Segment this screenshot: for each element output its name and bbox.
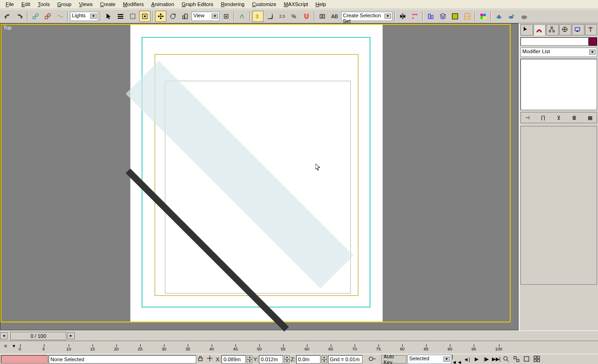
trackbar-filter-button[interactable]: ▾: [10, 342, 18, 350]
spacewarp-icon: [56, 13, 64, 20]
viewport-nav1-button[interactable]: [502, 355, 511, 364]
modify-tab[interactable]: [534, 24, 546, 35]
teapot-gray-icon: [520, 13, 527, 20]
goto-end-button[interactable]: ▶▶|: [491, 355, 501, 364]
menu-views[interactable]: Views: [75, 0, 96, 9]
animation-keying-area[interactable]: [1, 355, 48, 364]
select-region-button[interactable]: [127, 11, 138, 22]
menu-animation[interactable]: Animation: [148, 0, 178, 9]
window-crossing-button[interactable]: [139, 11, 150, 22]
layers-button[interactable]: [437, 11, 448, 22]
menu-modifiers[interactable]: Modifiers: [119, 0, 148, 9]
menu-create[interactable]: Create: [96, 0, 119, 9]
undo-button[interactable]: [2, 11, 13, 22]
display-tab[interactable]: [572, 24, 584, 35]
pin-stack-button[interactable]: ⊣: [523, 113, 532, 122]
prev-frame-button[interactable]: ◄|: [462, 355, 471, 364]
utilities-tab[interactable]: [585, 24, 598, 35]
menu-edit[interactable]: Edit: [18, 0, 34, 9]
command-panel: Modifier List ⊣ ∏ ⊻ 🗑 ▦: [519, 23, 598, 330]
timeslider-right-button[interactable]: ►: [67, 332, 75, 339]
menu-grapheditors[interactable]: Graph Editors: [178, 0, 217, 9]
z-spinner[interactable]: ▲▼: [321, 355, 327, 364]
named-selection-dropdown[interactable]: Create Selection Set: [341, 12, 392, 21]
viewport-nav4-button[interactable]: [533, 355, 542, 364]
x-spinner[interactable]: ▲▼: [247, 355, 252, 364]
y-coord-field[interactable]: 0.012m: [259, 355, 283, 364]
select-rotate-button[interactable]: [167, 11, 178, 22]
track-bar[interactable]: ≡ ▾ 051015202530354045505560657075808590…: [0, 341, 598, 354]
render-last-button[interactable]: [518, 11, 529, 22]
menu-rendering[interactable]: Rendering: [217, 0, 249, 9]
material-editor-button[interactable]: [477, 11, 489, 22]
keymode-dropdown[interactable]: Selected: [407, 355, 451, 364]
align-button[interactable]: [425, 11, 436, 22]
trackbar-open-button[interactable]: ≡: [2, 342, 9, 350]
mirror-button[interactable]: [397, 11, 408, 22]
configure-sets-button[interactable]: ▦: [585, 113, 595, 122]
goto-start-button[interactable]: |◄◄: [452, 355, 462, 364]
selection-filter-dropdown[interactable]: Lights: [70, 12, 98, 21]
spinner-snap-button[interactable]: [301, 11, 312, 22]
select-scale-button[interactable]: [179, 11, 191, 22]
viewport[interactable]: Top: [0, 23, 519, 330]
motion-tab[interactable]: [559, 24, 572, 35]
transform-typein-button[interactable]: [206, 355, 215, 364]
svg-point-38: [521, 15, 527, 19]
modifier-stack[interactable]: [520, 59, 597, 110]
auto-key-button[interactable]: Auto Key: [381, 355, 406, 364]
link-button[interactable]: [30, 11, 41, 22]
play-button[interactable]: ▶: [472, 355, 481, 364]
hierarchy-tab[interactable]: [546, 24, 559, 35]
schematic-button[interactable]: [462, 11, 473, 22]
named-sets-toggle-button[interactable]: ABC: [329, 11, 340, 22]
menu-file[interactable]: File: [2, 0, 18, 9]
next-frame-button[interactable]: |▶: [482, 355, 491, 364]
viewport-nav3-button[interactable]: [522, 355, 532, 364]
x-coord-field[interactable]: 0.089m: [221, 355, 246, 364]
unlink-button[interactable]: [42, 11, 53, 22]
selection-lock-button[interactable]: [197, 355, 206, 364]
manipulate-button[interactable]: [236, 11, 248, 22]
menu-tools[interactable]: Tools: [34, 0, 54, 9]
select-by-name-button[interactable]: [115, 11, 126, 22]
menu-group[interactable]: Group: [53, 0, 75, 9]
make-unique-button[interactable]: ⊻: [554, 113, 563, 122]
z-coord-field[interactable]: 0.0m: [296, 355, 320, 364]
ruler-tick: 60: [305, 347, 309, 351]
object-name-input[interactable]: [520, 37, 589, 46]
viewport-nav2-button[interactable]: [512, 355, 521, 364]
bind-spacewarp-button[interactable]: [54, 11, 65, 22]
time-slider-handle[interactable]: 0 / 100: [10, 332, 66, 340]
select-move-button[interactable]: [155, 11, 166, 22]
angle-snap-button[interactable]: [264, 11, 276, 22]
redo-button[interactable]: [14, 11, 25, 22]
array-button[interactable]: [409, 11, 420, 22]
menu-maxscript[interactable]: MAXScript: [280, 0, 312, 9]
menu-customize[interactable]: Customize: [248, 0, 280, 9]
ref-coord-dropdown[interactable]: View: [192, 12, 220, 21]
show-end-result-button[interactable]: ∏: [539, 113, 548, 122]
menu-help[interactable]: Help: [312, 0, 330, 9]
ruler-tick: 0: [19, 347, 21, 351]
percent-snap-button[interactable]: %: [289, 11, 300, 22]
comm-center-button[interactable]: [363, 355, 380, 364]
select-object-button[interactable]: [103, 11, 114, 22]
pivot-center-button[interactable]: [221, 11, 232, 22]
named-sets-button[interactable]: [317, 11, 328, 22]
render-scene-button[interactable]: [493, 11, 505, 22]
modifier-list-dropdown[interactable]: Modifier List: [520, 48, 597, 57]
curve-editor-button[interactable]: [449, 11, 461, 22]
create-tab[interactable]: [520, 24, 533, 35]
time-slider[interactable]: ◄ 0 / 100 ►: [0, 330, 598, 341]
zoom-icon: [503, 356, 510, 363]
ruler-tick: 70: [352, 347, 357, 351]
svg-rect-26: [428, 14, 430, 19]
quick-render-button[interactable]: [505, 11, 517, 22]
object-color-swatch[interactable]: [589, 37, 597, 46]
svg-line-42: [550, 28, 552, 30]
remove-modifier-button[interactable]: 🗑: [570, 113, 579, 122]
snap-toggle-button[interactable]: 3: [252, 11, 263, 22]
timeslider-left-button[interactable]: ◄: [0, 332, 7, 339]
y-spinner[interactable]: ▲▼: [284, 355, 290, 364]
